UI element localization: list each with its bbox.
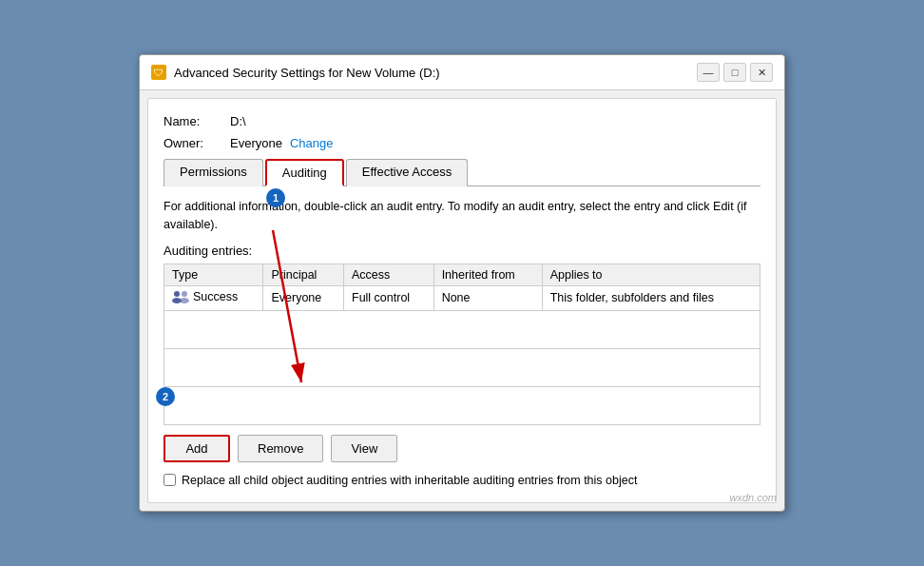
replace-checkbox[interactable] [164,474,176,486]
type-with-icon: Success [172,290,238,303]
table-row-empty-3 [164,386,760,424]
info-section: 1 For additional information, double-cli… [164,198,760,234]
name-row: Name: D:\ [164,114,760,128]
cell-access: Full control [344,285,434,310]
name-label: Name: [164,114,230,128]
cell-type: Success [164,285,263,310]
col-access: Access [344,263,434,285]
col-principal: Principal [263,263,344,285]
svg-point-2 [174,291,180,297]
col-type: Type [164,263,263,285]
tab-effective-access[interactable]: Effective Access [346,159,468,186]
col-inherited: Inherited from [433,263,542,285]
info-text: For additional information, double-click… [164,198,760,234]
main-content: Name: D:\ Owner: Everyone Change Permiss… [147,98,777,503]
change-owner-link[interactable]: Change [290,136,334,150]
title-bar: 🛡 Advanced Security Settings for New Vol… [140,55,784,90]
cell-applies: This folder, subfolders and files [542,285,760,310]
table-body: Success Everyone Full control None This … [164,285,760,424]
audit-entries-label: Auditing entries: [164,244,760,258]
close-button[interactable]: ✕ [750,63,773,82]
table-row[interactable]: Success Everyone Full control None This … [164,285,760,310]
replace-checkbox-row: Replace all child object auditing entrie… [164,474,760,487]
window-title: Advanced Security Settings for New Volum… [174,66,440,80]
tab-bar: Permissions Auditing Effective Access [164,158,760,186]
action-buttons: Add Remove View [164,435,760,462]
table-wrapper: 2 Type Principal Access Inherited [164,263,760,425]
table-header: Type Principal Access Inherited from App… [164,263,760,285]
window-icon: 🛡 [151,65,166,80]
name-value: D:\ [230,114,246,128]
user-icon [172,290,189,303]
replace-checkbox-label: Replace all child object auditing entrie… [182,474,637,487]
cell-principal: Everyone [263,285,344,310]
remove-button[interactable]: Remove [238,435,323,462]
cell-inherited: None [433,285,542,310]
owner-row: Owner: Everyone Change [164,136,760,150]
title-bar-left: 🛡 Advanced Security Settings for New Vol… [151,65,440,80]
table-row-empty-2 [164,348,760,386]
view-button[interactable]: View [331,435,397,462]
owner-value: Everyone [230,136,282,150]
annotation-badge-2: 2 [156,387,175,406]
minimize-button[interactable]: — [697,63,720,82]
owner-label: Owner: [164,136,230,150]
watermark: wxdn.com [729,492,777,503]
tab-auditing[interactable]: Auditing [265,159,344,186]
add-button[interactable]: Add [164,435,230,462]
maximize-button[interactable]: □ [723,63,746,82]
svg-point-4 [182,291,187,297]
main-window: 🛡 Advanced Security Settings for New Vol… [139,54,785,512]
svg-point-5 [180,298,189,303]
audit-table: Type Principal Access Inherited from App… [164,263,760,425]
title-controls: — □ ✕ [697,63,773,82]
col-applies: Applies to [542,263,760,285]
table-row-empty-1 [164,310,760,348]
tab-permissions[interactable]: Permissions [164,159,263,186]
